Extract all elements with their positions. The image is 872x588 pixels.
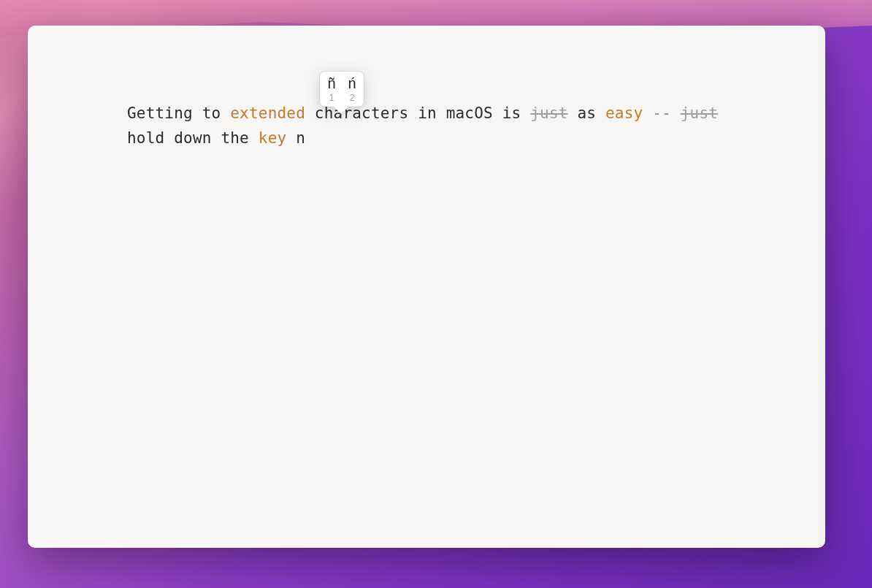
- text-dim: --: [652, 104, 671, 122]
- accent-option-1[interactable]: ñ1: [321, 75, 342, 104]
- scrollbar[interactable]: [818, 26, 825, 548]
- accent-index: 2: [350, 93, 355, 104]
- text-plain: n: [286, 129, 305, 147]
- text-highlight: easy: [605, 104, 643, 122]
- accent-char: ń: [348, 75, 356, 92]
- text-editor-content[interactable]: Getting to extended characters in macOS …: [28, 26, 818, 548]
- text-strike: just: [681, 104, 718, 122]
- text-plain: [671, 104, 681, 122]
- accent-character-popup: ñ1ń2: [320, 72, 364, 107]
- text-plain: [643, 104, 652, 122]
- text-strike: just: [530, 104, 567, 122]
- text-plain: Getting to: [127, 104, 230, 122]
- accent-char: ñ: [327, 75, 335, 92]
- editor-window: Getting to extended characters in macOS …: [28, 26, 825, 548]
- accent-option-2[interactable]: ń2: [342, 75, 362, 104]
- accent-index: 1: [329, 93, 334, 104]
- text-plain: as: [568, 104, 605, 122]
- text-highlight: key: [259, 129, 287, 147]
- text-highlight: extended: [230, 104, 305, 122]
